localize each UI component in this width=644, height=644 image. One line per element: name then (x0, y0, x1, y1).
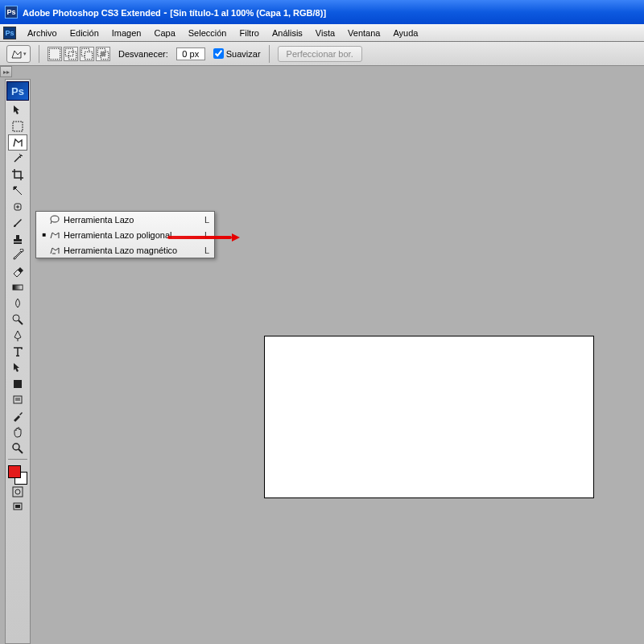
feather-input[interactable] (176, 47, 205, 60)
eraser-tool[interactable] (8, 263, 27, 279)
divider (39, 45, 39, 63)
marquee-tool[interactable] (8, 118, 27, 134)
menu-capa[interactable]: Capa (147, 26, 181, 40)
menu-archivo[interactable]: Archivo (21, 26, 64, 40)
panel-tab-grip[interactable]: ▸▸ (0, 66, 12, 77)
menu-imagen[interactable]: Imagen (105, 26, 148, 40)
brush-tool[interactable] (8, 215, 27, 231)
move-tool[interactable] (8, 102, 27, 118)
type-tool[interactable] (8, 344, 27, 360)
refine-edge-button[interactable]: Perfeccionar bor. (278, 46, 362, 62)
stamp-tool[interactable] (8, 231, 27, 247)
selected-marker: ■ (41, 231, 47, 238)
hand-tool[interactable] (8, 424, 27, 440)
menu-vista[interactable]: Vista (309, 26, 341, 40)
foreground-color-swatch[interactable] (8, 465, 21, 478)
svg-point-17 (15, 489, 20, 494)
menu-filtro[interactable]: Filtro (233, 26, 265, 40)
ps-logo-icon: Ps (6, 81, 29, 101)
svg-rect-7 (101, 52, 105, 56)
menubar: Ps Archivo Edición Imagen Capa Selección… (0, 24, 644, 42)
svg-rect-8 (13, 122, 23, 131)
blur-tool[interactable] (8, 295, 27, 312)
intersect-selection-icon[interactable] (96, 47, 110, 61)
menu-edicion[interactable]: Edición (64, 26, 105, 40)
workspace: ▸▸ Ps (0, 66, 644, 644)
path-select-tool[interactable] (8, 360, 27, 376)
lasso-icon (47, 215, 62, 225)
flyout-item-lasso[interactable]: Herramienta Lazo L (36, 212, 214, 227)
history-brush-tool[interactable] (8, 247, 27, 263)
crop-tool[interactable] (8, 167, 27, 183)
zoom-tool[interactable] (8, 440, 27, 456)
svg-rect-16 (13, 487, 23, 497)
quickmask-toggle[interactable] (8, 485, 27, 499)
flyout-shortcut: L (200, 215, 209, 225)
antialias-label: Suavizar (226, 49, 261, 59)
dodge-tool[interactable] (8, 312, 27, 328)
toolbox: Ps (5, 79, 31, 644)
subtract-selection-icon[interactable] (80, 47, 94, 61)
flyout-shortcut: L (200, 246, 209, 255)
screenmode-toggle[interactable] (8, 499, 27, 514)
shape-tool[interactable] (8, 376, 27, 392)
add-selection-icon[interactable] (64, 47, 78, 61)
ps-menu-icon[interactable]: Ps (3, 27, 16, 39)
titlebar: Ps Adobe Photoshop CS3 Extended - [Sin t… (0, 0, 644, 24)
menu-ventana[interactable]: Ventana (341, 26, 386, 40)
document-canvas[interactable] (264, 336, 594, 498)
annotation-arrow (167, 235, 240, 240)
antialias-check[interactable] (213, 48, 224, 59)
color-swatches[interactable] (8, 465, 27, 485)
svg-point-12 (13, 315, 19, 321)
antialias-checkbox[interactable]: Suavizar (213, 48, 261, 59)
notes-tool[interactable] (8, 392, 27, 408)
eyedropper-tool[interactable] (8, 408, 27, 424)
poly-lasso-icon (47, 230, 62, 240)
divider (269, 45, 270, 63)
selection-mode-group (47, 47, 110, 61)
svg-point-15 (13, 444, 19, 450)
feather-label: Desvanecer: (118, 49, 168, 59)
window-title: Adobe Photoshop CS3 Extended - [Sin títu… (23, 6, 326, 19)
slice-tool[interactable] (8, 183, 27, 199)
magic-wand-tool[interactable] (8, 151, 27, 167)
svg-rect-19 (15, 505, 20, 508)
heal-tool[interactable] (8, 199, 27, 215)
lasso-tool[interactable] (8, 134, 27, 151)
svg-rect-0 (49, 48, 60, 59)
flyout-label: Herramienta Lazo magnético (62, 246, 200, 255)
tool-preset-picker[interactable]: ▾ (6, 45, 31, 63)
svg-rect-13 (14, 380, 22, 388)
canvas-area[interactable] (31, 66, 644, 644)
flyout-label: Herramienta Lazo (62, 215, 200, 225)
pen-tool[interactable] (8, 328, 27, 344)
magnetic-lasso-icon (47, 246, 62, 255)
menu-ayuda[interactable]: Ayuda (386, 26, 424, 40)
new-selection-icon[interactable] (47, 47, 62, 61)
app-icon: Ps (5, 6, 18, 19)
svg-rect-11 (13, 285, 23, 290)
gradient-tool[interactable] (8, 279, 27, 295)
svg-rect-4 (85, 52, 92, 59)
menu-analisis[interactable]: Análisis (266, 26, 309, 40)
flyout-item-magnetic-lasso[interactable]: Herramienta Lazo magnético L (36, 242, 214, 258)
options-bar: ▾ Desvanecer: Suavizar Perfeccionar bor. (0, 42, 644, 66)
menu-seleccion[interactable]: Selección (182, 26, 233, 40)
